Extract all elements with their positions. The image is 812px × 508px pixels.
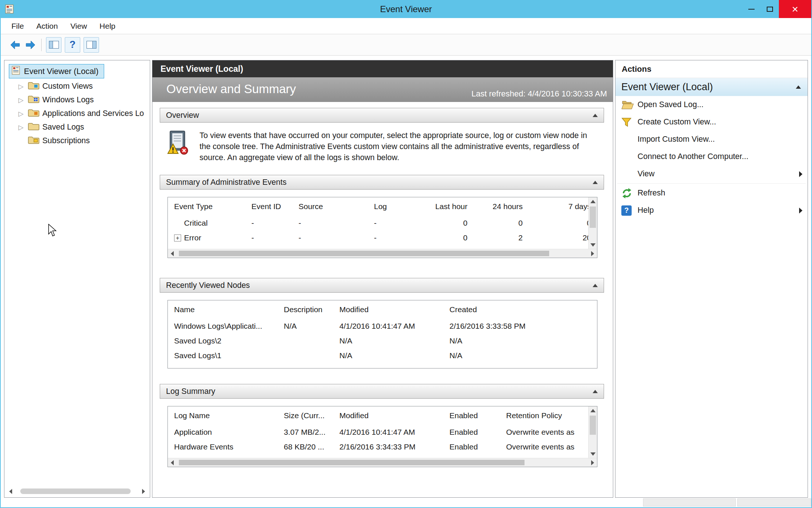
actions-pane: Actions Event Viewer (Local) Open Saved … — [615, 60, 808, 498]
back-button[interactable] — [10, 40, 21, 50]
log-summary-section-header[interactable]: Log Summary — [160, 384, 604, 399]
column-header[interactable]: Modified — [339, 305, 449, 314]
scrollbar-thumb[interactable] — [179, 251, 549, 256]
scroll-down-button[interactable] — [589, 241, 597, 249]
summary-horizontal-scrollbar[interactable] — [168, 249, 597, 258]
menu-action[interactable]: Action — [30, 18, 64, 34]
action-create-custom-view[interactable]: Create Custom View... — [615, 113, 808, 131]
log-summary-section-title: Log Summary — [166, 387, 215, 396]
menu-view[interactable]: View — [64, 18, 93, 34]
column-header[interactable]: Description — [284, 305, 339, 314]
table-row-critical[interactable]: Critical - - - 0 0 0 — [168, 216, 597, 230]
log-cell: - — [374, 219, 419, 227]
scrollbar-thumb[interactable] — [20, 488, 131, 494]
column-header[interactable]: 24 hours — [473, 202, 529, 211]
scroll-right-button[interactable] — [588, 249, 597, 258]
expand-plus-button[interactable]: + — [174, 234, 181, 241]
column-header[interactable]: Enabled — [449, 411, 506, 420]
scrollbar-track[interactable] — [15, 487, 139, 495]
collapse-icon[interactable] — [593, 390, 598, 393]
scroll-left-button[interactable] — [6, 487, 15, 495]
column-header[interactable]: Source — [299, 202, 374, 211]
table-row[interactable]: Windows Logs\Applicati... N/A 4/1/2016 1… — [168, 319, 597, 334]
action-connect-to-another-computer[interactable]: Connect to Another Computer... — [615, 148, 808, 165]
summary-section-header[interactable]: Summary of Administrative Events — [160, 175, 604, 190]
scroll-down-button[interactable] — [589, 450, 597, 458]
menu-file[interactable]: File — [5, 18, 30, 34]
scrollbar-thumb[interactable] — [179, 460, 525, 465]
source-cell: - — [299, 233, 374, 242]
recent-section-header[interactable]: Recently Viewed Nodes — [160, 278, 604, 293]
scroll-right-button[interactable] — [139, 487, 148, 495]
forward-button[interactable] — [24, 40, 36, 50]
tree-item-applications-and-services-logs[interactable]: ▷ Applications and Services Lo — [4, 107, 150, 120]
event-id-cell: - — [251, 233, 299, 242]
log-summary-horizontal-scrollbar[interactable] — [168, 458, 597, 467]
action-open-saved-log[interactable]: Open Saved Log... — [615, 96, 808, 113]
scrollbar-thumb[interactable] — [590, 207, 596, 228]
log-summary-table: Log Name Size (Curr... Modified Enabled … — [167, 406, 597, 467]
event-viewer-window: Event Viewer × File Action View Help ? — [0, 0, 812, 508]
tree-item-saved-logs[interactable]: ▷ Saved Logs — [4, 120, 150, 134]
table-row[interactable]: Saved Logs\2 N/A N/A — [168, 334, 597, 348]
scroll-left-button[interactable] — [168, 458, 177, 467]
expand-icon[interactable]: ▷ — [17, 82, 25, 91]
column-header[interactable]: Log Name — [168, 411, 284, 420]
summary-vertical-scrollbar[interactable] — [588, 197, 597, 249]
column-header[interactable]: Size (Curr... — [284, 411, 339, 420]
expand-icon[interactable]: ▷ — [17, 110, 25, 118]
tree-item-custom-views[interactable]: ▷ Custom Views — [4, 80, 150, 93]
created-cell: N/A — [449, 351, 597, 360]
action-view[interactable]: View — [615, 165, 808, 183]
scroll-up-button[interactable] — [589, 406, 597, 414]
actions-group-header[interactable]: Event Viewer (Local) — [615, 78, 808, 96]
size-cell: 3.07 MB/2... — [284, 428, 339, 437]
collapse-icon[interactable] — [593, 114, 598, 117]
maximize-button[interactable] — [760, 0, 779, 18]
scrollbar-track[interactable] — [177, 458, 588, 467]
column-header[interactable]: Event Type — [168, 202, 251, 211]
modified-cell: N/A — [339, 336, 449, 345]
scroll-right-button[interactable] — [588, 458, 597, 467]
tree-horizontal-scrollbar[interactable] — [6, 487, 148, 495]
column-header[interactable]: Last hour — [419, 202, 473, 211]
column-header[interactable]: Retention Policy — [506, 411, 597, 420]
column-header[interactable]: Created — [449, 305, 597, 314]
tree-item-windows-logs[interactable]: ▷ Windows Logs — [4, 93, 150, 107]
help-toolbar-button[interactable]: ? — [65, 37, 80, 53]
collapse-icon[interactable] — [796, 85, 801, 89]
table-row[interactable]: Hardware Events 68 KB/20 ... 2/16/2016 3… — [168, 440, 597, 454]
column-header[interactable]: Log — [374, 202, 419, 211]
action-help[interactable]: ? Help — [615, 202, 808, 219]
collapse-icon[interactable] — [593, 284, 598, 287]
column-header[interactable]: 7 days — [529, 202, 597, 211]
summary-table-header: Event Type Event ID Source Log Last hour… — [168, 197, 597, 216]
menu-help[interactable]: Help — [93, 18, 121, 34]
expand-icon[interactable]: ▷ — [17, 123, 25, 131]
close-button[interactable]: × — [779, 0, 811, 18]
action-refresh[interactable]: Refresh — [615, 184, 808, 202]
table-row[interactable]: Application 3.07 MB/2... 4/1/2016 10:41:… — [168, 425, 597, 440]
overview-section-header[interactable]: Overview — [160, 108, 604, 123]
table-row[interactable]: Saved Logs\1 N/A N/A — [168, 348, 597, 363]
scroll-left-button[interactable] — [168, 249, 177, 258]
event-id-cell: - — [251, 219, 299, 227]
scrollbar-thumb[interactable] — [590, 416, 596, 435]
scroll-up-button[interactable] — [589, 197, 597, 205]
column-header[interactable]: Modified — [339, 411, 449, 420]
tree-item-subscriptions[interactable]: Subscriptions — [4, 134, 150, 148]
expand-icon[interactable]: ▷ — [17, 96, 25, 104]
column-header[interactable]: Name — [168, 305, 284, 314]
console-tree-toggle-button[interactable] — [46, 37, 61, 53]
minimize-button[interactable] — [742, 0, 760, 18]
table-row-error[interactable]: +Error - - - 0 2 20 — [168, 230, 597, 245]
action-import-custom-view[interactable]: Import Custom View... — [615, 131, 808, 148]
days-7-cell: 0 — [529, 219, 597, 227]
tree-root-event-viewer-local[interactable]: Event Viewer (Local) — [9, 64, 104, 78]
action-pane-toggle-button[interactable] — [84, 37, 99, 53]
scrollbar-track[interactable] — [177, 249, 588, 258]
column-header[interactable]: Event ID — [251, 202, 299, 211]
scroll-left-icon — [171, 251, 174, 256]
log-summary-vertical-scrollbar[interactable] — [588, 406, 597, 458]
collapse-icon[interactable] — [593, 181, 598, 184]
